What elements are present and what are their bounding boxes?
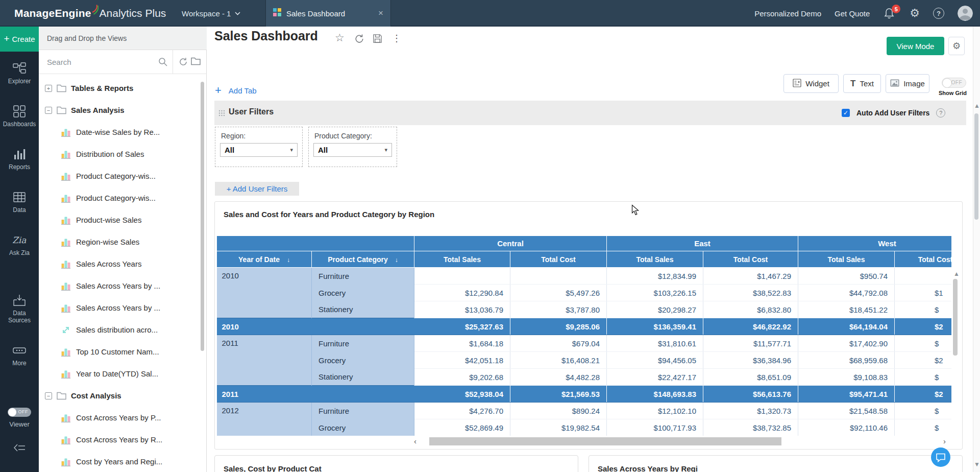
sidebar-item-explorer[interactable]: Explorer (0, 61, 39, 85)
filter-product-category: Product Category: All ▾ (308, 127, 397, 167)
table-scroll-left-icon[interactable]: ‹ (414, 437, 416, 445)
auto-add-checkbox[interactable]: ✓ (842, 109, 850, 117)
collapse-icon[interactable]: − (45, 392, 52, 399)
column-header-total-sales[interactable]: Total Sales (798, 251, 895, 268)
refresh-dashboard-icon[interactable] (354, 34, 364, 46)
help-icon[interactable]: ? (933, 8, 944, 19)
dashboard-settings-button[interactable]: ⚙ (948, 37, 965, 55)
search-row (39, 50, 207, 74)
tree-view-year-to-date-ytd-sal[interactable]: Year to Date(YTD) Sal... (39, 363, 203, 385)
text-button[interactable]: T Text (843, 74, 881, 93)
table-cell: $38,732.85 (703, 419, 798, 436)
tree-folder-sales-analysis[interactable]: −Sales Analysis (39, 99, 203, 121)
main-scrollbar-thumb[interactable] (974, 113, 978, 220)
table-scroll-right-icon[interactable]: › (943, 437, 946, 445)
folder-view-icon[interactable] (191, 57, 201, 67)
collapse-sidebar-icon[interactable] (13, 443, 26, 454)
table-cell: $2 (895, 318, 952, 335)
tree-view-top-10-customer-nam[interactable]: Top 10 Customer Nam... (39, 341, 203, 363)
expand-icon[interactable]: + (45, 85, 52, 92)
column-header-total-sales[interactable]: Total Sales (607, 251, 703, 268)
column-header-total-cost[interactable]: Total Cost (703, 251, 798, 268)
avatar[interactable] (958, 6, 973, 21)
column-header-product-category[interactable]: Product Category↓ (312, 251, 414, 268)
scroll-down-icon[interactable]: ▼ (974, 461, 980, 468)
workspace-selector[interactable]: Workspace - 1 (182, 0, 240, 27)
tree-view-product-wise-sales[interactable]: Product-wise Sales (39, 209, 203, 231)
tree-view-sales-distribution-acro[interactable]: Sales distribution acro... (39, 319, 203, 341)
column-header-total-sales[interactable]: Total Sales (414, 251, 510, 268)
table-cell: $64,194.04 (798, 318, 895, 335)
personalized-demo-link[interactable]: Personalized Demo (754, 9, 821, 18)
refresh-views-icon[interactable] (179, 57, 188, 68)
category-cell: Stationery (312, 301, 414, 318)
create-button[interactable]: + Create (0, 27, 39, 52)
group-header-central: Central (414, 236, 607, 251)
view-mode-button[interactable]: View Mode (887, 37, 944, 55)
sidebar-item-data-sources[interactable]: Data Sources (0, 293, 39, 324)
notifications-button[interactable]: 5 (883, 7, 896, 20)
scroll-up-icon[interactable]: ▲ (974, 102, 980, 109)
tree-view-sales-across-years[interactable]: Sales Across Years (39, 253, 203, 275)
tree-view-cost-across-years-by-r[interactable]: Cost Across Years by R... (39, 429, 203, 451)
table-cell: $31,810.61 (607, 335, 703, 352)
svg-text:Zia: Zia (12, 235, 27, 245)
category-cell: Stationery (312, 369, 414, 386)
get-quote-link[interactable]: Get Quote (835, 9, 870, 18)
column-header-year-of-date[interactable]: Year of Date↓ (217, 251, 312, 268)
sidebar-item-dashboards[interactable]: Dashboards (0, 104, 39, 128)
bottom-widget-sales-across-years: Sales Across Years by Regi (589, 455, 963, 472)
save-icon[interactable] (373, 34, 382, 45)
table-scroll-up-icon[interactable]: ▲ (953, 270, 960, 277)
more-options-icon[interactable]: ⋮ (392, 33, 402, 44)
image-button[interactable]: Image (886, 74, 929, 93)
filter-product-category-select[interactable]: All ▾ (313, 143, 392, 157)
add-user-filters-button[interactable]: + Add User Filters (215, 182, 299, 196)
sidebar-item-ask-zia[interactable]: ZiaAsk Zia (0, 233, 39, 256)
tree-view-product-category-wis[interactable]: Product Category-wis... (39, 187, 203, 209)
reports-icon (13, 147, 26, 161)
viewer-toggle[interactable]: OFF (8, 408, 31, 417)
table-cell: $4,482.28 (510, 369, 607, 386)
sidebar-item-more[interactable]: More (0, 343, 39, 367)
widget-button[interactable]: Widget (783, 74, 839, 93)
column-header-total-cost[interactable]: Total Cost (895, 251, 952, 268)
column-header-total-cost[interactable]: Total Cost (510, 251, 607, 268)
tree-view-distribution-of-sales[interactable]: Distribution of Sales (39, 143, 203, 165)
tree-view-sales-across-years-by[interactable]: Sales Across Years by ... (39, 297, 203, 319)
tree-view-date-wise-sales-by-re[interactable]: Date-wise Sales by Re... (39, 121, 203, 143)
analytics-plus-app: ManageEngine Analytics Plus Workspace - … (0, 0, 980, 472)
category-cell: Grocery (312, 352, 414, 369)
table-cell: $679.04 (510, 335, 607, 352)
sidebar-item-data[interactable]: Data (0, 190, 39, 214)
add-tab-button[interactable]: + Add Tab (215, 84, 257, 97)
tree-folder-tables-reports[interactable]: +Tables & Reports (39, 77, 203, 99)
collapse-icon[interactable]: − (45, 107, 52, 114)
group-header-east: East (607, 236, 798, 251)
settings-gear-icon[interactable]: ⚙ (910, 7, 920, 20)
filters-help-icon[interactable]: ? (936, 108, 945, 117)
tree-folder-cost-analysis[interactable]: −Cost Analysis (39, 385, 203, 407)
tree-view-region-wise-sales[interactable]: Region-wise Sales (39, 231, 203, 253)
tree-scrollbar[interactable] (201, 82, 204, 351)
tree-view-product-category-wis[interactable]: Product Category-wis... (39, 165, 203, 187)
table-horizontal-scrollbar[interactable] (429, 437, 781, 445)
favorite-star-icon[interactable]: ☆ (335, 32, 345, 44)
table-vertical-scrollbar[interactable] (953, 279, 958, 356)
search-input[interactable] (47, 55, 147, 69)
chat-support-button[interactable] (931, 447, 950, 469)
table-cell: $12,290.84 (414, 285, 510, 301)
show-grid-toggle[interactable]: OFF (942, 78, 966, 88)
sidebar-item-reports[interactable]: Reports (0, 147, 39, 171)
bar-chart-icon (61, 413, 70, 422)
table-cell: $5,497.26 (510, 285, 607, 301)
tree-view-sales-across-years-by[interactable]: Sales Across Years by ... (39, 275, 203, 297)
tree-view-cost-by-years-and-regi[interactable]: Cost by Years and Regi... (39, 451, 203, 472)
tab-sales-dashboard[interactable]: Sales Dashboard × (265, 0, 391, 27)
table-total-row: 2011$52,938.04$21,569.53$148,693.83$56,6… (217, 386, 952, 403)
filter-region-select[interactable]: All ▾ (220, 143, 298, 157)
tree-view-cost-across-years-by-p[interactable]: Cost Across Years by P... (39, 407, 203, 429)
table-cell: $ (895, 419, 952, 436)
drag-handle-icon[interactable] (218, 109, 225, 119)
tab-close-icon[interactable]: × (378, 8, 383, 18)
